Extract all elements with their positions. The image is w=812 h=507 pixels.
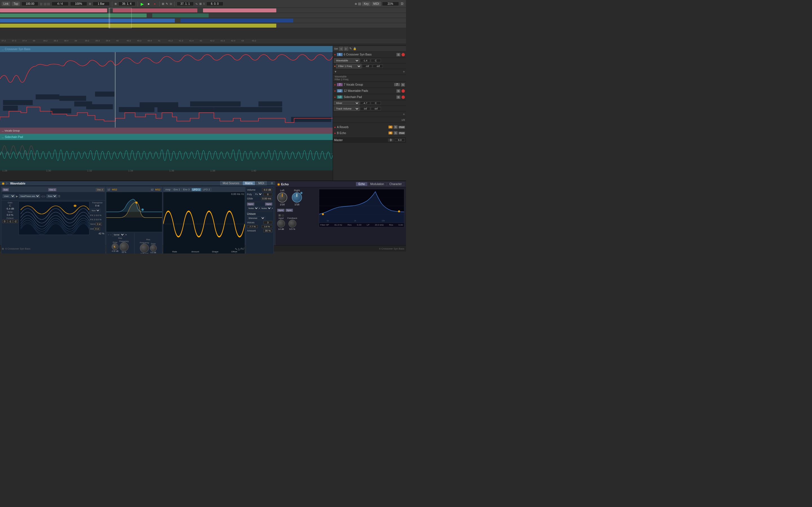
drive2-knob[interactable] — [150, 245, 157, 251]
wt-val1[interactable]: -1.4 — [360, 59, 370, 62]
tab-midi[interactable]: MIDI — [256, 181, 267, 185]
vol-val[interactable]: 42 % — [90, 232, 104, 235]
sync-btn-2[interactable]: Sync — [265, 203, 272, 206]
time-sig-display[interactable]: 4 / 4 — [52, 2, 68, 6]
return-b-post[interactable]: Post — [399, 132, 405, 134]
wt-list-icon[interactable]: ☰ — [58, 195, 60, 198]
master-val[interactable]: 6.0 — [395, 138, 405, 142]
lfo-shape-ramp[interactable]: / — [243, 247, 244, 250]
none-select[interactable]: None — [90, 209, 100, 212]
return-a-led[interactable]: ● — [334, 126, 336, 129]
filter1-dropdown[interactable]: Filter 1 Freq — [336, 64, 361, 68]
freq2-knob[interactable] — [140, 244, 149, 252]
notes-arrow-2[interactable]: ▾ — [272, 207, 273, 210]
echo-tab-char[interactable]: Character — [387, 182, 404, 186]
drive2-val-display[interactable]: 0.0 dB — [151, 251, 156, 253]
hp-res-val[interactable]: 0.03 — [357, 224, 361, 226]
device-record-btn-6[interactable] — [402, 53, 405, 56]
hp-val[interactable]: 81.8 Hz — [335, 224, 342, 226]
notes-select-1[interactable]: Notes — [247, 207, 259, 210]
cursor-icon[interactable]: ⊙ — [170, 2, 172, 5]
position-display[interactable]: 39. 1. 4 — [118, 2, 135, 6]
device-s-btn-13[interactable]: S — [396, 96, 400, 99]
serial-select[interactable]: Serial — [112, 233, 125, 237]
device-record-btn-13[interactable] — [402, 96, 405, 99]
sidechain-clip-area[interactable] — [0, 140, 333, 170]
poly-select[interactable]: Poly — [254, 192, 263, 196]
gain-knob-indicator[interactable]: C — [9, 204, 11, 207]
input-val[interactable]: 14 dB — [278, 228, 284, 230]
transpose-val[interactable]: 0 st — [95, 204, 100, 207]
tv2-val1[interactable]: -inf — [360, 107, 370, 110]
mixer-val[interactable]: -4.7 — [360, 101, 370, 105]
echo-sync-btn-2[interactable]: Sync — [286, 209, 293, 212]
lfo-offset-val[interactable]: 0.0° — [232, 253, 236, 253]
left-time-val[interactable]: 1/16 — [280, 203, 285, 206]
freq1-val-display[interactable]: 4.31 dB — [112, 250, 118, 252]
device-led-13[interactable]: ● — [334, 96, 336, 99]
echo-tab-mod[interactable]: Modulation — [368, 182, 387, 186]
right-knob[interactable] — [292, 192, 302, 203]
wavetable-file-select[interactable]: SawPhase.wav — [19, 194, 40, 198]
wt-power-btn[interactable]: ◉ — [2, 181, 4, 185]
freq2-val-display[interactable]: 2.95 kHz — [140, 252, 148, 253]
lp-res-val[interactable]: 0.00 — [398, 224, 403, 226]
bpm-display[interactable]: 100.00 — [21, 2, 38, 6]
osc1-btn[interactable]: Osc 1 — [48, 188, 56, 191]
return-b-s[interactable]: S — [394, 131, 398, 135]
tap-button[interactable]: Tap — [12, 2, 20, 6]
nav-right-btn[interactable]: ▷ — [344, 47, 348, 51]
return-a-letter[interactable]: A — [389, 126, 393, 128]
tab-matrix[interactable]: Matrix — [243, 181, 255, 185]
track-volume-dropdown[interactable]: Track Volume — [334, 107, 359, 111]
nav-left-btn[interactable]: ◁ — [339, 47, 343, 51]
feedback-val[interactable]: 9.5 % — [289, 228, 295, 230]
return-a-post[interactable]: Post — [399, 126, 405, 128]
det-val[interactable]: 0 ct — [94, 227, 100, 230]
tab-mod-sources[interactable]: Mod Sources — [220, 181, 242, 185]
unison-mode-select[interactable]: Shimmer — [247, 216, 265, 220]
env3-tab[interactable]: Env 3 — [182, 188, 191, 191]
unison-pct1[interactable]: -7.7 % — [247, 225, 258, 228]
pencil-icon[interactable]: ✎ — [166, 2, 168, 5]
preset-select[interactable]: User — [3, 194, 15, 198]
down-arrow-icon[interactable]: ▼ — [334, 70, 337, 73]
arrangement-overview[interactable] — [0, 8, 406, 39]
lfo-display[interactable]: Rate 0.86 Hz Amount 54 % Shape 0.0° Of — [163, 192, 245, 253]
amp-tab[interactable]: Amp — [164, 188, 172, 191]
env2-tab[interactable]: Env 2 — [172, 188, 182, 191]
d-button[interactable]: D — [400, 2, 404, 6]
wavetable-dropdown[interactable]: Wavetable — [334, 58, 359, 63]
empty-track-area[interactable]: 1:28 1:30 1:32 1:34 1:36 1:38 1:40 — [0, 170, 333, 180]
left-knob[interactable] — [277, 192, 287, 203]
device-s-btn-6[interactable]: S — [396, 53, 400, 56]
return-b-letter[interactable]: B — [389, 131, 393, 134]
add-icon3[interactable]: + — [403, 112, 405, 116]
midi-button[interactable]: MIDI — [371, 2, 381, 6]
sub-btn[interactable]: Sub — [3, 188, 9, 191]
return-a-s[interactable]: S — [394, 125, 398, 129]
lfo-shape-val[interactable]: 0.0° — [213, 253, 217, 253]
device-led-7[interactable]: ● — [334, 83, 336, 86]
add-icon2[interactable]: + — [403, 70, 405, 74]
pencil-icon2[interactable]: ✎ — [349, 47, 352, 50]
add-icon[interactable]: ⊕ — [114, 2, 117, 5]
volume-val[interactable]: -9.0 dB — [262, 188, 272, 191]
wt-nav-icon[interactable]: ▷ — [6, 182, 8, 185]
bass-clip-area[interactable] — [0, 52, 333, 128]
osc2-btn[interactable]: Osc 2 — [96, 188, 104, 191]
poly-val[interactable]: 8 — [263, 193, 272, 196]
link-button[interactable]: Link — [2, 2, 10, 6]
tv2-val2[interactable]: -inf — [371, 107, 381, 110]
lfo2-tab[interactable]: LFO 2 — [202, 188, 211, 191]
oct-val2[interactable]: -1 — [8, 220, 13, 223]
wt-settings-icon[interactable]: ⚙ — [271, 182, 273, 185]
input-knob[interactable] — [277, 220, 285, 228]
serial-down[interactable]: ▾ — [125, 233, 126, 236]
freq1-knob[interactable] — [119, 242, 129, 251]
semi-val[interactable]: 0 st — [96, 223, 102, 226]
loop-indicator[interactable]: 1 Bar — [93, 2, 110, 6]
loop-button[interactable]: ⊞ — [162, 2, 164, 5]
lp-val[interactable]: 20.0 kHz — [375, 224, 384, 226]
record-button[interactable]: ● — [153, 2, 157, 6]
